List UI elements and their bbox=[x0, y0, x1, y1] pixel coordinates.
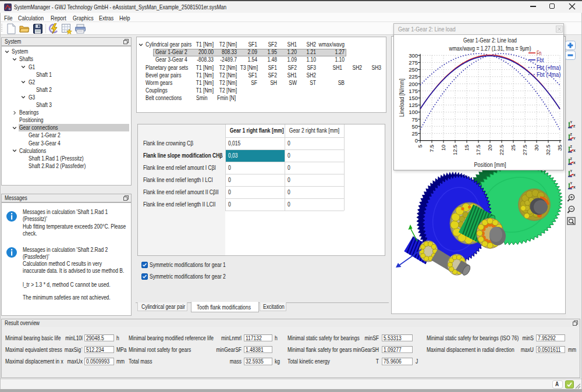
svg-text:25: 25 bbox=[411, 130, 418, 137]
svg-text:15: 15 bbox=[464, 145, 470, 151]
svg-text:22.5: 22.5 bbox=[499, 145, 505, 156]
svg-text:Z: Z bbox=[570, 157, 573, 161]
svg-text:Z: Z bbox=[570, 145, 573, 148]
svg-text:wmax/wavg = 1.27 (1.31, fma =: wmax/wavg = 1.27 (1.31, fma = 9µm) bbox=[449, 45, 531, 52]
svg-text:275: 275 bbox=[409, 59, 418, 66]
svg-text:32.5: 32.5 bbox=[545, 145, 552, 156]
svg-text:Z: Z bbox=[573, 124, 576, 128]
svg-text:30: 30 bbox=[534, 145, 540, 151]
svg-text:Y: Y bbox=[573, 137, 576, 140]
svg-text:Y: Y bbox=[570, 169, 573, 173]
svg-text:50: 50 bbox=[411, 123, 418, 130]
svg-text:Lineload [N/mm]: Lineload [N/mm] bbox=[398, 79, 405, 117]
svg-text:75: 75 bbox=[411, 116, 418, 123]
svg-text:300: 300 bbox=[409, 52, 418, 59]
svg-text:Z: Z bbox=[570, 133, 573, 136]
svg-text:27.5: 27.5 bbox=[522, 145, 528, 156]
svg-text:Fbt: Fbt bbox=[537, 57, 544, 63]
svg-text:25: 25 bbox=[510, 145, 517, 151]
svg-text:20: 20 bbox=[487, 145, 494, 151]
svg-text:Fbt (+fma): Fbt (+fma) bbox=[537, 65, 561, 71]
svg-text:X: X bbox=[573, 173, 576, 177]
svg-text:5: 5 bbox=[417, 145, 424, 148]
svg-text:175: 175 bbox=[409, 88, 418, 94]
svg-text:100: 100 bbox=[409, 109, 418, 115]
svg-text:250: 250 bbox=[409, 66, 418, 73]
svg-text:12.5: 12.5 bbox=[452, 145, 459, 156]
svg-text:10: 10 bbox=[441, 145, 447, 151]
svg-text:0: 0 bbox=[415, 137, 418, 144]
svg-text:Y: Y bbox=[570, 181, 573, 185]
svg-text:35: 35 bbox=[557, 145, 563, 151]
svg-text:200: 200 bbox=[409, 81, 418, 87]
svg-text:150: 150 bbox=[409, 95, 418, 101]
svg-text:225: 225 bbox=[409, 73, 418, 80]
svg-text:Gear 1-Gear 2: Line load: Gear 1-Gear 2: Line load bbox=[463, 37, 517, 44]
svg-text:X: X bbox=[573, 186, 576, 189]
svg-text:X: X bbox=[573, 149, 576, 152]
svg-text:Y: Y bbox=[570, 120, 573, 124]
svg-text:125: 125 bbox=[409, 102, 418, 108]
svg-text:Fn: Fn bbox=[537, 50, 541, 56]
svg-text:Fbt (-fma): Fbt (-fma) bbox=[537, 72, 561, 78]
svg-text:7.5: 7.5 bbox=[429, 145, 435, 152]
svg-text:17.5: 17.5 bbox=[475, 145, 482, 156]
svg-text:Position [mm]: Position [mm] bbox=[474, 161, 506, 168]
svg-text:X: X bbox=[573, 161, 576, 165]
